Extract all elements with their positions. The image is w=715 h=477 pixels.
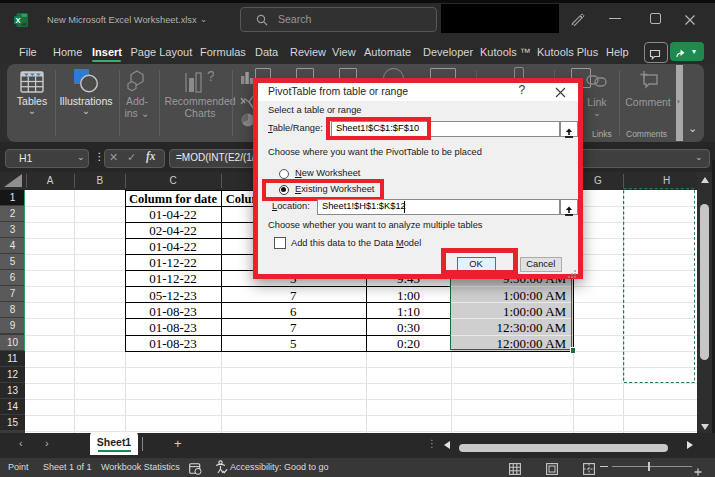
svg-text:X: X bbox=[16, 16, 21, 25]
svg-text:?: ? bbox=[207, 69, 214, 84]
